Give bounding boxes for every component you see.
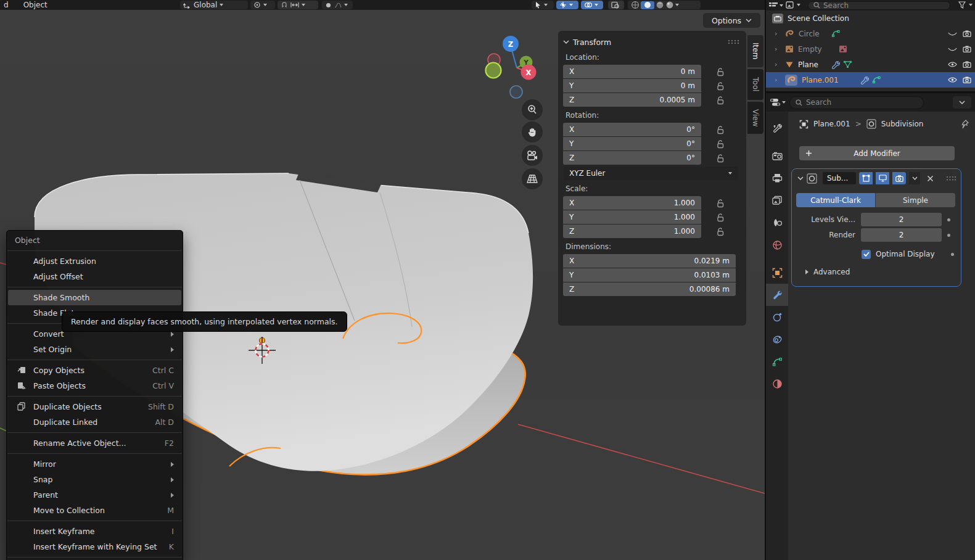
tab-tool-properties[interactable] — [766, 117, 788, 139]
outliner-row-empty[interactable]: › Empty — [766, 41, 975, 57]
tab-world-properties[interactable] — [766, 234, 788, 256]
tab-constraints-properties[interactable] — [766, 328, 788, 350]
editor-type-dropdown-icon[interactable] — [770, 98, 786, 107]
outliner-row-scene-collection[interactable]: Scene Collection — [766, 10, 975, 26]
outliner-row-plane[interactable]: › Plane — [766, 57, 975, 72]
gizmo-minus-z[interactable] — [510, 86, 522, 98]
tab-output-properties[interactable] — [766, 167, 788, 189]
lock-open-icon[interactable] — [716, 67, 725, 76]
dimensions-x-field[interactable]: X0.0219 m — [563, 254, 736, 268]
catmull-clark-button[interactable]: Catmull-Clark — [796, 193, 875, 207]
menu-item-move-to-collection[interactable]: Move to CollectionM — [7, 503, 183, 518]
modifier-name-field[interactable]: Sub... — [823, 172, 856, 184]
expand-chevron-icon[interactable]: › — [775, 30, 782, 38]
gizmo-x[interactable]: X — [521, 65, 537, 80]
lock-open-icon[interactable] — [716, 213, 725, 222]
panel-grip-icon[interactable] — [728, 39, 739, 44]
camera-render-icon[interactable] — [963, 76, 971, 83]
optimal-display-checkbox[interactable] — [862, 250, 871, 259]
location-y-field[interactable]: Y0 m — [563, 79, 701, 93]
modifier-extras-dropdown[interactable] — [909, 172, 920, 184]
show-overlays-toggle[interactable] — [581, 1, 603, 9]
lock-open-icon[interactable] — [716, 96, 725, 105]
tab-physics-properties[interactable] — [766, 306, 788, 328]
show-gizmo-toggle[interactable] — [556, 1, 578, 9]
eye-closed-icon[interactable] — [948, 31, 957, 37]
outliner-row-plane-001[interactable]: › Plane.001 — [766, 72, 975, 88]
menu-item-copy-objects[interactable]: Copy ObjectsCtrl C — [7, 363, 183, 378]
camera-render-icon[interactable] — [963, 46, 971, 52]
animate-dot[interactable] — [947, 218, 950, 221]
gizmo-z[interactable]: Z — [503, 36, 519, 52]
select-tool-dropdown[interactable] — [532, 1, 554, 9]
display-mode-dropdown-icon[interactable] — [786, 1, 800, 9]
expand-chevron-icon[interactable]: › — [775, 76, 782, 84]
wireframe-shading-icon[interactable] — [631, 1, 640, 9]
add-modifier-button[interactable]: Add Modifier — [799, 146, 955, 160]
chevron-down-icon[interactable] — [797, 176, 804, 180]
expand-chevron-icon[interactable]: › — [775, 60, 782, 68]
editor-type-dropdown-icon[interactable] — [768, 2, 783, 9]
menu-item-shade-smooth[interactable]: Shade Smooth — [8, 290, 181, 305]
lock-open-icon[interactable] — [716, 139, 725, 149]
outliner-row-circle[interactable]: › Circle — [766, 26, 975, 41]
camera-render-icon[interactable] — [963, 61, 971, 68]
levels-render-field[interactable]: 2 — [861, 228, 942, 242]
rotation-y-field[interactable]: Y0° — [563, 137, 701, 150]
menu-item-adjust-extrusion[interactable]: Adjust Extrusion — [7, 253, 183, 269]
menu-item-parent[interactable]: Parent — [7, 487, 183, 503]
menu-item-rename-active-object[interactable]: Rename Active Object...F2 — [7, 435, 183, 451]
menu-item-duplicate-linked[interactable]: Duplicate LinkedAlt D — [7, 414, 183, 430]
camera-view-button[interactable] — [522, 145, 543, 166]
options-button[interactable]: Options — [703, 13, 760, 28]
pin-icon[interactable] — [961, 120, 969, 129]
tab-view-layer-properties[interactable] — [766, 189, 788, 212]
menu-item-mirror[interactable]: Mirror — [7, 456, 183, 472]
solid-shading-toggle[interactable] — [641, 1, 654, 9]
outliner-search-input[interactable]: Search — [808, 1, 950, 10]
edit-mode-display-toggle[interactable] — [859, 172, 873, 184]
material-shading-icon[interactable] — [656, 1, 664, 9]
lock-open-icon[interactable] — [716, 154, 725, 163]
menu-item-insert-keyframe-keying-set[interactable]: Insert Keyframe with Keying SetK — [7, 539, 183, 554]
zoom-button[interactable] — [522, 99, 543, 120]
rotation-z-field[interactable]: Z0° — [563, 151, 701, 165]
scale-x-field[interactable]: X1.000 — [563, 196, 701, 210]
location-z-field[interactable]: Z0.0005 m — [563, 93, 701, 107]
menu-item-snap[interactable]: Snap — [7, 472, 183, 487]
breadcrumb-modifier[interactable]: Subdivision — [881, 120, 924, 128]
scale-z-field[interactable]: Z1.000 — [563, 224, 701, 238]
simple-button[interactable]: Simple — [875, 193, 955, 207]
animate-dot[interactable] — [947, 234, 950, 237]
tab-item[interactable]: Item — [747, 35, 763, 67]
advanced-section-toggle[interactable]: Advanced — [805, 268, 850, 276]
eye-open-icon[interactable] — [948, 61, 957, 68]
menu-add-partial[interactable]: d — [0, 1, 12, 9]
snap-controls[interactable] — [278, 1, 318, 9]
perspective-toggle-button[interactable] — [522, 168, 543, 189]
filter-icon[interactable] — [958, 1, 973, 9]
scale-y-field[interactable]: Y1.000 — [563, 210, 701, 224]
rotation-x-field[interactable]: X0° — [563, 123, 701, 136]
eye-open-icon[interactable] — [948, 76, 957, 83]
expand-chevron-icon[interactable]: › — [775, 45, 782, 53]
lock-open-icon[interactable] — [716, 227, 725, 236]
menu-item-set-origin[interactable]: Set Origin — [7, 342, 183, 357]
lock-open-icon[interactable] — [716, 125, 725, 134]
3d-viewport[interactable]: d Object Global — [0, 0, 765, 560]
properties-options-dropdown[interactable] — [953, 96, 971, 109]
menu-item-duplicate-objects[interactable]: Duplicate ObjectsShift D — [7, 399, 183, 414]
lock-open-icon[interactable] — [716, 199, 725, 208]
rotation-mode-dropdown[interactable]: XYZ Euler — [563, 167, 738, 180]
rendered-shading-icon[interactable] — [665, 1, 674, 9]
tab-modifier-properties[interactable] — [766, 284, 788, 306]
proportional-edit-controls[interactable] — [322, 1, 353, 9]
drag-handle-icon[interactable] — [946, 176, 956, 181]
menu-item-paste-objects[interactable]: Paste ObjectsCtrl V — [7, 378, 183, 393]
close-icon[interactable] — [927, 175, 934, 182]
animate-dot[interactable] — [951, 253, 954, 256]
tab-object-data-properties[interactable] — [766, 350, 788, 373]
tab-render-properties[interactable] — [766, 145, 788, 167]
tab-material-properties[interactable] — [766, 373, 788, 395]
eye-closed-icon[interactable] — [948, 46, 957, 52]
